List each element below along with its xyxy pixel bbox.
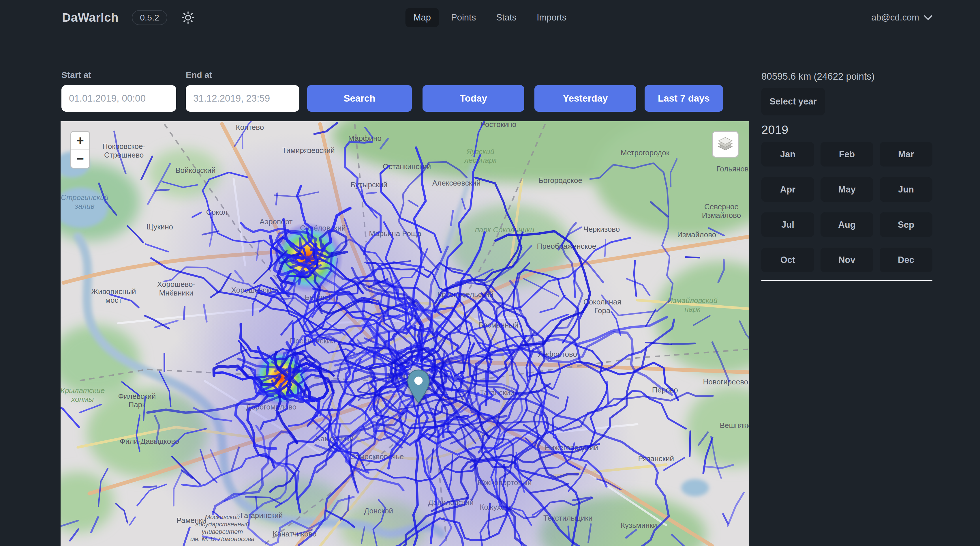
month-button-oct[interactable]: Oct (761, 247, 814, 272)
sun-icon (181, 11, 195, 24)
navbar: DaWarIch 0.5.2 Map Points Stats Imports … (0, 0, 980, 35)
month-button-apr[interactable]: Apr (761, 177, 814, 202)
start-at-input[interactable] (61, 85, 176, 112)
navbar-left: DaWarIch 0.5.2 (62, 10, 196, 25)
end-at-input[interactable] (186, 85, 299, 112)
distance-points-stat: 80595.6 km (24622 points) (761, 71, 932, 82)
map[interactable]: РостокиноКоптевоПокровское- СтрешневоМар… (60, 121, 749, 546)
end-at-label: End at (186, 70, 299, 80)
map-layers-control[interactable] (712, 131, 738, 158)
month-button-nov[interactable]: Nov (821, 247, 873, 272)
tab-imports[interactable]: Imports (529, 8, 574, 27)
chevron-down-icon (924, 15, 932, 20)
tab-points[interactable]: Points (443, 8, 484, 27)
month-button-may[interactable]: May (821, 177, 873, 202)
month-button-jul[interactable]: Jul (761, 212, 814, 237)
current-position-marker[interactable] (406, 369, 431, 405)
search-button[interactable]: Search (307, 85, 412, 112)
today-button[interactable]: Today (423, 85, 524, 112)
last-7-days-button[interactable]: Last 7 days (644, 85, 723, 112)
tab-map[interactable]: Map (406, 8, 439, 27)
month-button-jan[interactable]: Jan (761, 142, 814, 166)
zoom-in-button[interactable]: + (71, 132, 89, 150)
sidebar-divider (761, 280, 932, 281)
map-tracks-overlay (60, 121, 749, 546)
month-button-feb[interactable]: Feb (821, 142, 873, 166)
month-button-mar[interactable]: Mar (880, 142, 932, 166)
zoom-out-button[interactable]: − (71, 150, 89, 168)
right-sidebar: 80595.6 km (24622 points) Select year 20… (761, 71, 932, 281)
month-button-aug[interactable]: Aug (821, 212, 873, 237)
layers-icon (717, 136, 734, 153)
app-logo: DaWarIch (62, 11, 119, 24)
nav-tabs: Map Points Stats Imports (406, 8, 575, 27)
user-email: ab@cd.com (871, 13, 919, 23)
select-year-button[interactable]: Select year (761, 88, 825, 115)
yesterday-button[interactable]: Yesterday (535, 85, 636, 112)
search-controls: Start at End at Search Today Yesterday L… (61, 70, 723, 112)
user-menu[interactable]: ab@cd.com (871, 13, 932, 23)
start-at-field: Start at (61, 70, 176, 112)
start-at-label: Start at (61, 70, 176, 80)
tab-stats[interactable]: Stats (488, 8, 525, 27)
year-label: 2019 (761, 123, 932, 137)
end-at-field: End at (186, 70, 299, 112)
month-button-sep[interactable]: Sep (880, 212, 932, 237)
map-zoom-control: + − (70, 131, 90, 169)
version-badge: 0.5.2 (132, 10, 167, 25)
month-button-dec[interactable]: Dec (880, 247, 932, 272)
months-grid: Jan Feb Mar Apr May Jun Jul Aug Sep Oct … (761, 142, 932, 272)
theme-toggle-button[interactable] (181, 10, 196, 25)
month-button-jun[interactable]: Jun (880, 177, 932, 202)
map-pin-icon (406, 369, 431, 404)
